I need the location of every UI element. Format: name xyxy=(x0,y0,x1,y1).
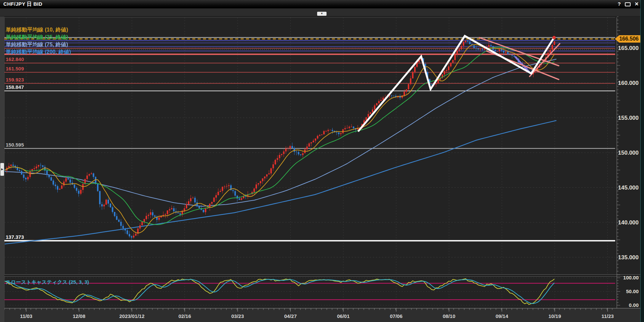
chevron-right-icon: ▶ xyxy=(1,168,3,171)
time-axis-label: 2023/01/12 xyxy=(119,313,144,319)
price-axis-label: 160.000 xyxy=(618,80,639,86)
price-line-label: 150.595 xyxy=(6,142,24,148)
ma-legend-label: 単純移動平均線 (10, 終値) xyxy=(6,27,68,33)
time-axis[interactable]: 11/0312/082023/01/1202/1603/2304/2706/01… xyxy=(0,308,640,322)
time-axis-label: 12/08 xyxy=(73,313,86,319)
time-axis-label: 10/19 xyxy=(548,313,561,319)
price-line-label: 158.847 xyxy=(6,84,24,90)
time-axis-label: 04/27 xyxy=(284,313,297,319)
time-axis-label: 06/01 xyxy=(337,313,350,319)
window-title: CHF/JPY 日 BID xyxy=(3,1,42,7)
maximize-icon xyxy=(625,2,631,6)
time-axis-label: 02/16 xyxy=(179,313,191,319)
stoch-axis-label: 100.00 xyxy=(623,275,639,280)
zigzag-end-dot xyxy=(552,36,556,39)
time-axis-label: 09/14 xyxy=(496,313,508,319)
left-panel-strip: ▶ xyxy=(0,16,4,322)
ma-legend-label: 単純移動平均線 (200, 終値) xyxy=(6,49,71,55)
toolbar: ▼ xyxy=(0,8,644,16)
left-panel-expand-handle[interactable]: ▶ xyxy=(0,163,4,176)
ma-legend-label: 単純移動平均線 (75, 終値) xyxy=(6,42,68,47)
toolbar-collapse-button[interactable]: ▼ xyxy=(317,12,327,16)
current-price-label: 166.506 xyxy=(619,36,639,42)
price-line-label: 137.373 xyxy=(6,234,24,240)
stoch-legend-label: スローストキャスティクス (25, 3, 3) xyxy=(6,279,89,285)
right-window-border[interactable] xyxy=(640,0,644,322)
price-axis-label: 140.000 xyxy=(618,219,639,226)
price-line-label: 161.509 xyxy=(6,66,24,71)
time-axis-label: 11/03 xyxy=(20,313,33,319)
stoch-axis-label: 0.00 xyxy=(629,302,639,308)
time-axis-label: 08/10 xyxy=(443,313,455,319)
price-axis-label: 150.000 xyxy=(618,150,639,156)
time-axis-label: 11/23 xyxy=(601,313,614,319)
main-chart-canvas[interactable]: 162.840161.509159.923158.847150.595137.3… xyxy=(0,16,644,322)
close-button[interactable]: ✕ xyxy=(633,1,640,7)
price-line-label: 159.923 xyxy=(6,77,24,83)
chart-area[interactable]: 162.840161.509159.923158.847150.595137.3… xyxy=(0,16,644,322)
price-axis-label: 165.000 xyxy=(618,45,639,51)
help-button[interactable]: ? xyxy=(615,1,623,7)
window-titlebar[interactable]: CHF/JPY 日 BID ? ✕ xyxy=(0,0,644,8)
price-axis-label: 155.000 xyxy=(618,115,639,121)
price-line-label: 162.840 xyxy=(6,56,24,62)
stoch-axis-label: 50.00 xyxy=(626,288,639,294)
price-axis-label: 135.000 xyxy=(618,254,639,261)
current-price-badge: 166.506 xyxy=(615,35,641,43)
time-axis-label: 07/06 xyxy=(390,313,403,319)
ma-legend-label: 単純移動平均線 (25, 終値) xyxy=(6,34,68,40)
price-axis-label: 145.000 xyxy=(618,184,639,191)
time-axis-label: 03/23 xyxy=(231,313,244,319)
chevron-down-icon: ▼ xyxy=(320,12,323,15)
